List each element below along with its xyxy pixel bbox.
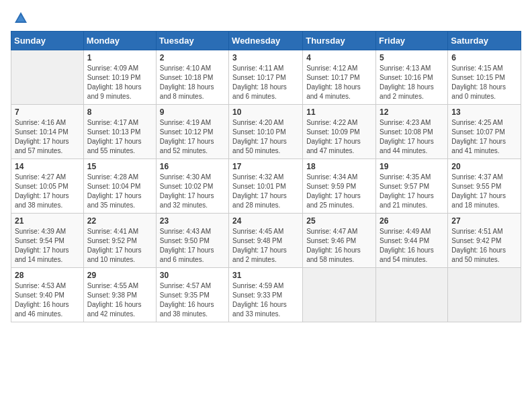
day-info: Sunrise: 4:47 AM Sunset: 9:46 PM Dayligh…: [306, 227, 372, 265]
calendar-cell: 27Sunrise: 4:51 AM Sunset: 9:42 PM Dayli…: [448, 214, 521, 268]
day-info: Sunrise: 4:28 AM Sunset: 10:04 PM Daylig…: [87, 173, 152, 210]
day-number: 26: [380, 216, 444, 226]
calendar-cell: 23Sunrise: 4:43 AM Sunset: 9:50 PM Dayli…: [156, 214, 228, 268]
calendar-table: SundayMondayTuesdayWednesdayThursdayFrid…: [11, 31, 521, 322]
day-number: 23: [160, 216, 225, 226]
day-number: 19: [380, 162, 444, 171]
calendar-cell: 7Sunrise: 4:16 AM Sunset: 10:14 PM Dayli…: [11, 105, 84, 159]
day-number: 14: [15, 162, 80, 171]
day-info: Sunrise: 4:17 AM Sunset: 10:13 PM Daylig…: [87, 118, 152, 156]
calendar-cell: 31Sunrise: 4:59 AM Sunset: 9:33 PM Dayli…: [229, 268, 303, 322]
weekday-header-friday: Friday: [376, 32, 448, 50]
day-number: 24: [232, 216, 299, 226]
day-info: Sunrise: 4:12 AM Sunset: 10:17 PM Daylig…: [306, 64, 372, 101]
day-info: Sunrise: 4:53 AM Sunset: 9:40 PM Dayligh…: [15, 281, 80, 319]
calendar-cell: [303, 268, 376, 322]
day-number: 8: [87, 107, 152, 117]
calendar-cell: 8Sunrise: 4:17 AM Sunset: 10:13 PM Dayli…: [83, 105, 156, 159]
day-info: Sunrise: 4:45 AM Sunset: 9:48 PM Dayligh…: [232, 227, 299, 265]
calendar-cell: 17Sunrise: 4:32 AM Sunset: 10:01 PM Dayl…: [229, 159, 303, 214]
day-number: 22: [87, 216, 152, 226]
page-header: [11, 11, 521, 26]
weekday-header-wednesday: Wednesday: [229, 32, 303, 50]
day-number: 31: [232, 271, 299, 280]
calendar-cell: 21Sunrise: 4:39 AM Sunset: 9:54 PM Dayli…: [11, 214, 84, 268]
calendar-cell: 18Sunrise: 4:34 AM Sunset: 9:59 PM Dayli…: [303, 159, 376, 214]
day-info: Sunrise: 4:39 AM Sunset: 9:54 PM Dayligh…: [15, 227, 80, 265]
day-info: Sunrise: 4:35 AM Sunset: 9:57 PM Dayligh…: [380, 173, 444, 210]
day-number: 15: [87, 162, 152, 171]
day-number: 27: [451, 216, 517, 226]
day-number: 5: [380, 53, 444, 62]
day-info: Sunrise: 4:15 AM Sunset: 10:15 PM Daylig…: [451, 64, 517, 101]
calendar-cell: 16Sunrise: 4:30 AM Sunset: 10:02 PM Dayl…: [156, 159, 228, 214]
day-info: Sunrise: 4:41 AM Sunset: 9:52 PM Dayligh…: [87, 227, 152, 265]
calendar-cell: [376, 268, 448, 322]
calendar-cell: 14Sunrise: 4:27 AM Sunset: 10:05 PM Dayl…: [11, 159, 84, 214]
day-number: 13: [451, 107, 517, 117]
day-info: Sunrise: 4:57 AM Sunset: 9:35 PM Dayligh…: [160, 281, 225, 319]
day-info: Sunrise: 4:30 AM Sunset: 10:02 PM Daylig…: [160, 173, 225, 210]
calendar-cell: 24Sunrise: 4:45 AM Sunset: 9:48 PM Dayli…: [229, 214, 303, 268]
day-info: Sunrise: 4:16 AM Sunset: 10:14 PM Daylig…: [15, 118, 80, 156]
calendar-cell: 10Sunrise: 4:20 AM Sunset: 10:10 PM Dayl…: [229, 105, 303, 159]
day-number: 17: [232, 162, 299, 171]
day-number: 2: [160, 53, 225, 62]
calendar-cell: 28Sunrise: 4:53 AM Sunset: 9:40 PM Dayli…: [11, 268, 84, 322]
calendar-cell: 2Sunrise: 4:10 AM Sunset: 10:18 PM Dayli…: [156, 50, 228, 105]
day-number: 10: [232, 107, 299, 117]
day-number: 7: [15, 107, 80, 117]
day-info: Sunrise: 4:55 AM Sunset: 9:38 PM Dayligh…: [87, 281, 152, 319]
calendar-cell: 1Sunrise: 4:09 AM Sunset: 10:19 PM Dayli…: [83, 50, 156, 105]
day-number: 30: [160, 271, 225, 280]
day-number: 1: [87, 53, 152, 62]
day-info: Sunrise: 4:25 AM Sunset: 10:07 PM Daylig…: [451, 118, 517, 156]
calendar-cell: 4Sunrise: 4:12 AM Sunset: 10:17 PM Dayli…: [303, 50, 376, 105]
day-info: Sunrise: 4:09 AM Sunset: 10:19 PM Daylig…: [87, 64, 152, 101]
calendar-cell: 15Sunrise: 4:28 AM Sunset: 10:04 PM Dayl…: [83, 159, 156, 214]
day-number: 21: [15, 216, 80, 226]
day-number: 20: [451, 162, 517, 171]
day-info: Sunrise: 4:13 AM Sunset: 10:16 PM Daylig…: [380, 64, 444, 101]
day-info: Sunrise: 4:20 AM Sunset: 10:10 PM Daylig…: [232, 118, 299, 156]
weekday-header-thursday: Thursday: [303, 32, 376, 50]
weekday-header-sunday: Sunday: [11, 32, 84, 50]
calendar-cell: 26Sunrise: 4:49 AM Sunset: 9:44 PM Dayli…: [376, 214, 448, 268]
day-number: 25: [306, 216, 372, 226]
day-info: Sunrise: 4:37 AM Sunset: 9:55 PM Dayligh…: [451, 173, 517, 210]
calendar-cell: [448, 268, 521, 322]
day-number: 6: [451, 53, 517, 62]
weekday-header-tuesday: Tuesday: [156, 32, 228, 50]
calendar-cell: 30Sunrise: 4:57 AM Sunset: 9:35 PM Dayli…: [156, 268, 228, 322]
day-number: 29: [87, 271, 152, 280]
weekday-header-monday: Monday: [83, 32, 156, 50]
day-number: 18: [306, 162, 372, 171]
logo-icon: [13, 11, 28, 26]
calendar-cell: 11Sunrise: 4:22 AM Sunset: 10:09 PM Dayl…: [303, 105, 376, 159]
day-info: Sunrise: 4:32 AM Sunset: 10:01 PM Daylig…: [232, 173, 299, 210]
calendar-cell: 22Sunrise: 4:41 AM Sunset: 9:52 PM Dayli…: [83, 214, 156, 268]
day-info: Sunrise: 4:49 AM Sunset: 9:44 PM Dayligh…: [380, 227, 444, 265]
day-info: Sunrise: 4:59 AM Sunset: 9:33 PM Dayligh…: [232, 281, 299, 319]
calendar-cell: 19Sunrise: 4:35 AM Sunset: 9:57 PM Dayli…: [376, 159, 448, 214]
day-info: Sunrise: 4:34 AM Sunset: 9:59 PM Dayligh…: [306, 173, 372, 210]
day-info: Sunrise: 4:11 AM Sunset: 10:17 PM Daylig…: [232, 64, 299, 101]
day-number: 12: [380, 107, 444, 117]
day-number: 3: [232, 53, 299, 62]
day-info: Sunrise: 4:27 AM Sunset: 10:05 PM Daylig…: [15, 173, 80, 210]
day-number: 11: [306, 107, 372, 117]
calendar-cell: 6Sunrise: 4:15 AM Sunset: 10:15 PM Dayli…: [448, 50, 521, 105]
day-number: 9: [160, 107, 225, 117]
calendar-cell: 29Sunrise: 4:55 AM Sunset: 9:38 PM Dayli…: [83, 268, 156, 322]
calendar-cell: 25Sunrise: 4:47 AM Sunset: 9:46 PM Dayli…: [303, 214, 376, 268]
day-info: Sunrise: 4:10 AM Sunset: 10:18 PM Daylig…: [160, 64, 225, 101]
calendar-cell: 9Sunrise: 4:19 AM Sunset: 10:12 PM Dayli…: [156, 105, 228, 159]
calendar-cell: 20Sunrise: 4:37 AM Sunset: 9:55 PM Dayli…: [448, 159, 521, 214]
calendar-cell: 13Sunrise: 4:25 AM Sunset: 10:07 PM Dayl…: [448, 105, 521, 159]
day-info: Sunrise: 4:43 AM Sunset: 9:50 PM Dayligh…: [160, 227, 225, 265]
calendar-cell: 3Sunrise: 4:11 AM Sunset: 10:17 PM Dayli…: [229, 50, 303, 105]
calendar-cell: 12Sunrise: 4:23 AM Sunset: 10:08 PM Dayl…: [376, 105, 448, 159]
calendar-cell: 5Sunrise: 4:13 AM Sunset: 10:16 PM Dayli…: [376, 50, 448, 105]
day-info: Sunrise: 4:23 AM Sunset: 10:08 PM Daylig…: [380, 118, 444, 156]
weekday-header-saturday: Saturday: [448, 32, 521, 50]
